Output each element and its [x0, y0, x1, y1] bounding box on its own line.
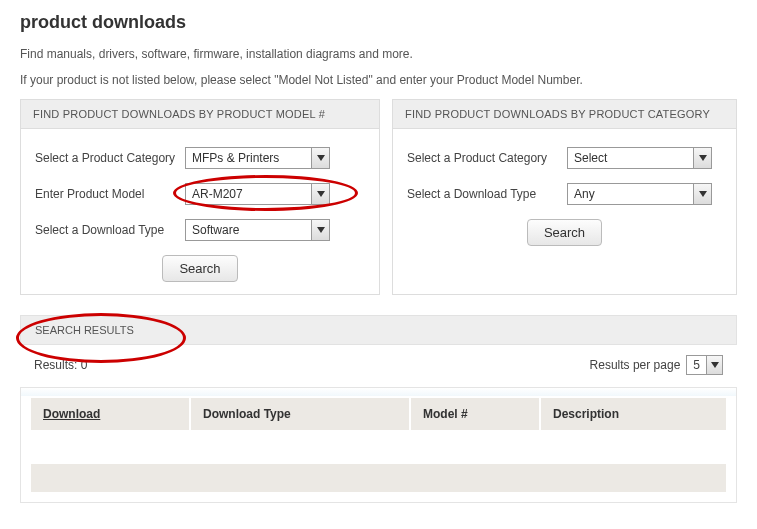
- panel-by-model: FIND PRODUCT DOWNLOADS BY PRODUCT MODEL …: [20, 99, 380, 295]
- category-select[interactable]: MFPs & Printers: [185, 147, 330, 169]
- chevron-down-icon: [311, 220, 329, 240]
- category-select-value: MFPs & Printers: [186, 148, 311, 168]
- category-label: Select a Product Category: [35, 151, 185, 165]
- panel-by-category: FIND PRODUCT DOWNLOADS BY PRODUCT CATEGO…: [392, 99, 737, 295]
- chevron-down-icon: [706, 356, 722, 374]
- download-type-select[interactable]: Software: [185, 219, 330, 241]
- col-download[interactable]: Download: [31, 398, 191, 430]
- panel-by-category-heading: FIND PRODUCT DOWNLOADS BY PRODUCT CATEGO…: [393, 100, 736, 129]
- search-button-model[interactable]: Search: [162, 255, 237, 282]
- download-type-select-value: Software: [186, 220, 311, 240]
- results-table: Download Download Type Model # Descripti…: [20, 387, 737, 503]
- page-title: product downloads: [20, 12, 737, 33]
- model-label: Enter Product Model: [35, 187, 185, 201]
- results-per-page-value: 5: [687, 356, 706, 374]
- category-select-2[interactable]: Select: [567, 147, 712, 169]
- chevron-down-icon: [693, 184, 711, 204]
- results-per-page-select[interactable]: 5: [686, 355, 723, 375]
- col-model: Model #: [411, 398, 541, 430]
- intro-text-1: Find manuals, drivers, software, firmwar…: [20, 47, 737, 61]
- download-type-label: Select a Download Type: [35, 223, 185, 237]
- chevron-down-icon: [693, 148, 711, 168]
- download-type-select-2[interactable]: Any: [567, 183, 712, 205]
- results-empty-row: [31, 430, 726, 456]
- model-select[interactable]: AR-M207: [185, 183, 330, 205]
- category-select-2-value: Select: [568, 148, 693, 168]
- download-type-label-2: Select a Download Type: [407, 187, 567, 201]
- search-button-category[interactable]: Search: [527, 219, 602, 246]
- intro-text-2: If your product is not listed below, ple…: [20, 73, 737, 87]
- chevron-down-icon: [311, 184, 329, 204]
- col-description: Description: [541, 398, 726, 430]
- results-footer-bar: [31, 464, 726, 492]
- results-per-page-label: Results per page: [590, 358, 681, 372]
- col-download-type: Download Type: [191, 398, 411, 430]
- model-select-value: AR-M207: [186, 184, 311, 204]
- download-type-select-2-value: Any: [568, 184, 693, 204]
- chevron-down-icon: [311, 148, 329, 168]
- category-label-2: Select a Product Category: [407, 151, 567, 165]
- panel-by-model-heading: FIND PRODUCT DOWNLOADS BY PRODUCT MODEL …: [21, 100, 379, 129]
- results-count: Results: 0: [34, 358, 87, 372]
- search-results-heading: SEARCH RESULTS: [20, 315, 737, 345]
